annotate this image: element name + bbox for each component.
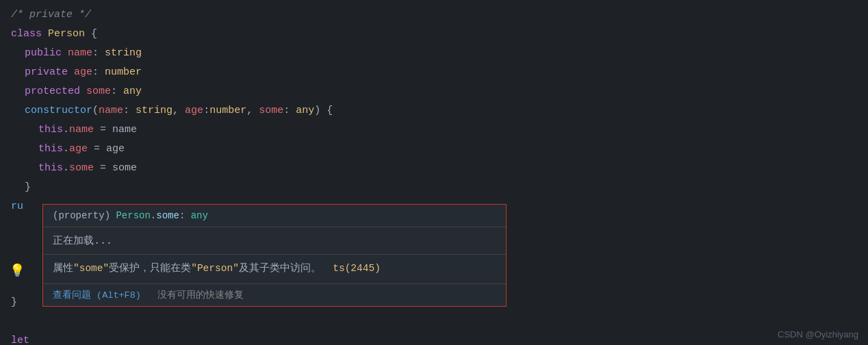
code-line-14: let xyxy=(0,331,868,345)
code-line-7: this.name = name xyxy=(0,120,868,140)
keyword-this: this xyxy=(38,120,63,140)
keyword-protected: protected xyxy=(25,82,86,101)
tooltip-signature: (property) Person.some: any xyxy=(43,205,506,227)
code-line-10: } xyxy=(0,178,868,197)
view-problem-link[interactable]: 查看问题 (Alt+F8) xyxy=(53,289,141,301)
code-line-2: class Person { xyxy=(0,25,868,44)
attribution: CSDN @Oyizhiyang xyxy=(778,329,858,340)
code-line-3: public name: string xyxy=(0,44,868,63)
tooltip-actions: 查看问题 (Alt+F8) 没有可用的快速修复 xyxy=(43,284,506,306)
classname-person: Person xyxy=(48,25,91,44)
code-line-4: private age: number xyxy=(0,63,868,82)
code-line-13 xyxy=(0,312,868,331)
code-editor: /* private */ class Person { public name… xyxy=(0,0,868,345)
code-line-1: /* private */ xyxy=(0,5,868,25)
tooltip-popup: (property) Person.some: any 正在加载... 属性"s… xyxy=(42,204,507,307)
tooltip-message: 属性"some"受保护，只能在类"Person"及其子类中访问。 ts(2445… xyxy=(43,255,506,284)
tooltip-loading: 正在加载... xyxy=(43,227,506,255)
no-fix-label: 没有可用的快速修复 xyxy=(157,289,244,301)
code-line-9: this.some = some xyxy=(0,159,868,178)
code-line-6: constructor(name: string, age:number, so… xyxy=(0,101,868,120)
code-line-8: this.age = age xyxy=(0,140,868,159)
code-line-5: protected some: any xyxy=(0,82,868,101)
keyword-class: class xyxy=(11,25,48,44)
comment: /* private */ xyxy=(11,5,91,25)
bulb-icon: 💡 xyxy=(10,263,25,278)
